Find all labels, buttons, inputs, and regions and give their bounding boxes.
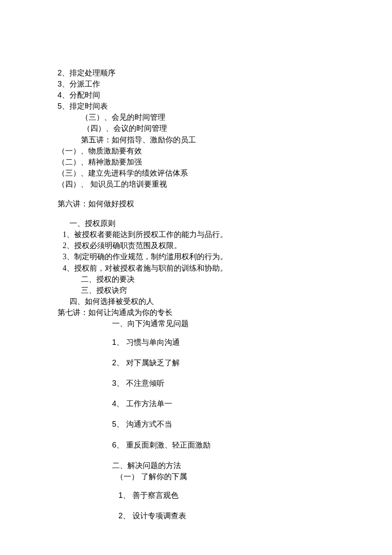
item-text: 善于察言观色	[130, 491, 179, 500]
list-item: 3、制定明确的作业规范，制约滥用权利的行为。	[58, 251, 349, 262]
lecture-7-title: 第七讲：如何让沟通成为你的专长	[58, 307, 349, 318]
list-item: 1、被授权者要能达到所授权工作的能力与品行。	[58, 229, 349, 240]
lecture-7-section-2-sub1: （一） 了解你的下属	[58, 471, 349, 482]
list-item: 2、 设计专项调查表	[58, 510, 349, 521]
item-number: 3、	[112, 379, 124, 387]
item-number: 1、	[118, 491, 130, 500]
lecture-7-section-1-title: 一、向下沟通常见问题	[58, 318, 349, 329]
subsection-title: （四）、会议的时间管理	[58, 123, 349, 134]
list-item: 3、分派工作	[58, 78, 349, 90]
list-item: 5、排定时间表	[58, 101, 349, 112]
list-item: （二）、精神激励要加强	[58, 156, 349, 168]
item-text: 沟通方式不当	[124, 420, 172, 428]
item-text: 习惯与单向沟通	[124, 338, 180, 347]
list-item: 三、授权诀窍	[58, 285, 349, 296]
item-text: 设计专项调查表	[130, 512, 186, 520]
item-number: 5、	[112, 420, 124, 428]
item-number: 2、	[112, 358, 124, 367]
lecture-5-title: 第五讲：如何指导、激励你的员工	[58, 134, 349, 145]
list-item: 5、 沟通方式不当	[58, 419, 349, 430]
list-item: 2、 对下属缺乏了解	[58, 357, 349, 368]
item-number: 2、	[58, 69, 69, 77]
item-number: 2、	[118, 512, 130, 520]
item-number: 6、	[112, 441, 124, 449]
item-text: 对下属缺乏了解	[124, 358, 180, 367]
item-number: 1、	[112, 338, 124, 347]
list-item: 二、授权的要决	[58, 274, 349, 285]
list-item: 4、 工作方法单一	[58, 398, 349, 409]
lecture-6-section-1-title: 一、授权原则	[58, 218, 349, 229]
item-text: 不注意倾听	[124, 379, 164, 387]
list-item: 4、授权前，对被授权者施与职前的训练和协助。	[58, 263, 349, 274]
subsection-title: （三）、会见的时间管理	[58, 112, 349, 123]
item-text: 分配时间	[69, 91, 100, 99]
list-item: 4、分配时间	[58, 90, 349, 101]
item-text: 重反面刺激、轻正面激励	[124, 441, 210, 449]
list-item: （一）、物质激励要有效	[58, 145, 349, 156]
item-text: 排定处理顺序	[69, 69, 115, 77]
item-number: 4、	[112, 399, 124, 408]
list-item: 2、排定处理顺序	[58, 67, 349, 78]
list-item: （三）、建立先进科学的绩效评估体系	[58, 168, 349, 179]
item-number: 3、	[58, 80, 69, 88]
list-item: 1、 善于察言观色	[58, 490, 349, 501]
list-item: 3、 不注意倾听	[58, 378, 349, 389]
lecture-6-title: 第六讲：如何做好授权	[58, 198, 349, 209]
list-item: 6、 重反面刺激、轻正面激励	[58, 439, 349, 451]
item-text: 排定时间表	[69, 102, 108, 110]
document-page: 2、排定处理顺序 3、分派工作 4、分配时间 5、排定时间表 （三）、会见的时间…	[0, 0, 392, 555]
item-number: 4、	[58, 91, 69, 99]
list-item: 四、如何选择被受权的人	[58, 296, 349, 307]
item-text: 分派工作	[69, 80, 100, 88]
list-item: （四）、 知识员工的培训要重视	[58, 179, 349, 190]
lecture-7-section-2-title: 二、解决问题的方法	[58, 460, 349, 471]
list-item: 2、授权必须明确职责范围及权限。	[58, 240, 349, 251]
item-text: 工作方法单一	[124, 399, 172, 408]
list-item: 1、 习惯与单向沟通	[58, 337, 349, 348]
item-number: 5、	[58, 102, 69, 110]
